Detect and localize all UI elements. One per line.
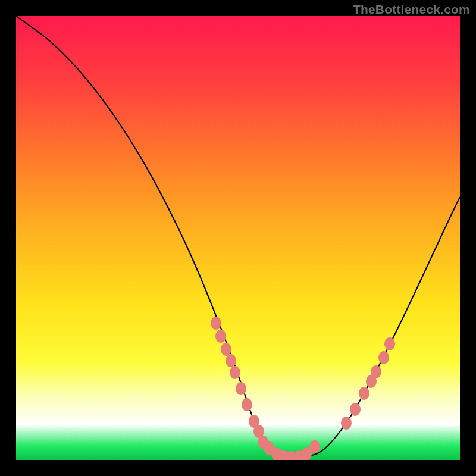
marker-dot [359,387,369,400]
marker-dot [309,440,320,453]
curve-markers [211,317,395,460]
marker-dot [341,416,352,430]
chart-svg [16,16,460,460]
marker-dot [215,330,226,343]
watermark-text: TheBottleneck.com [353,2,470,17]
marker-dot [236,382,246,395]
marker-dot [226,354,236,367]
marker-dot [242,398,252,411]
marker-dot [211,317,221,330]
chart-frame [16,16,460,460]
marker-dot [230,366,240,379]
marker-dot [371,365,381,378]
marker-dot [384,337,395,350]
marker-dot [378,351,389,364]
marker-dot [350,403,361,416]
marker-dot [221,343,231,356]
